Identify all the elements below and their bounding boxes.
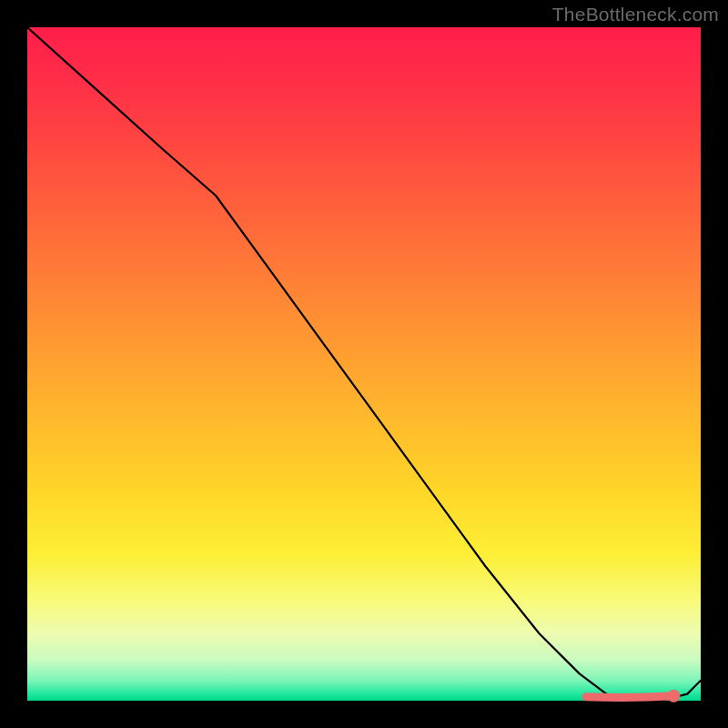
plot-area (27, 27, 701, 701)
chart-frame: TheBottleneck.com (0, 0, 728, 728)
chart-svg (27, 27, 701, 701)
watermark-text: TheBottleneck.com (552, 4, 719, 25)
optimal-point-dot (667, 690, 680, 703)
bottleneck-curve (27, 27, 701, 701)
